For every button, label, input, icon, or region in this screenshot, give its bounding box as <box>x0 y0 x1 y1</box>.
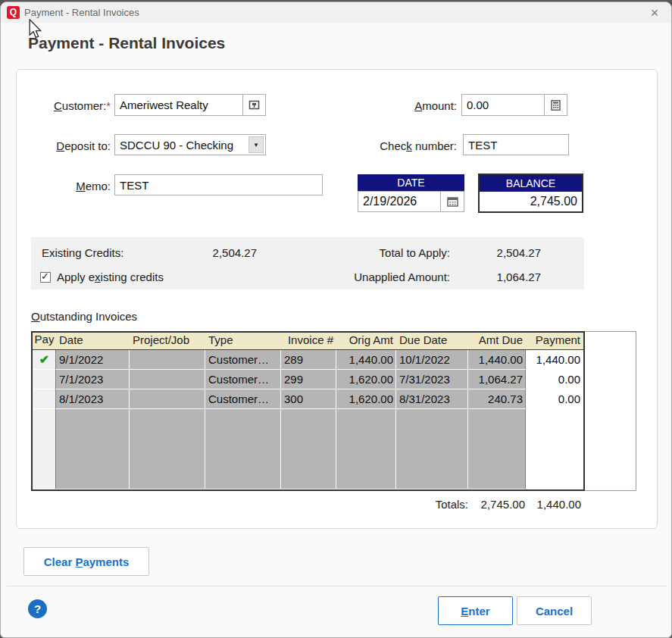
cell-orig-amt[interactable]: 1,620.00 <box>336 370 396 389</box>
amount-label: Amount: <box>364 99 457 112</box>
paid-check-icon: ✔ <box>39 353 49 366</box>
date-box: DATE 2/19/2026 <box>358 174 464 212</box>
col-header-type[interactable]: Type <box>205 333 281 349</box>
unapplied-amount-value: 1,064.27 <box>465 271 541 283</box>
cell-date[interactable]: 7/1/2023 <box>56 370 130 389</box>
enter-button[interactable]: Enter <box>438 596 513 625</box>
invoice-rows: ✔9/1/2022Customer…2891,440.0010/1/20221,… <box>33 350 583 489</box>
calculator-button[interactable] <box>544 94 567 116</box>
cell-payment[interactable]: 0.00 <box>526 370 583 389</box>
cell-type[interactable]: Customer… <box>205 389 281 409</box>
date-input[interactable]: 2/19/2026 <box>358 192 440 211</box>
cell-payment[interactable]: 0.00 <box>526 389 583 409</box>
col-header-pay[interactable]: Pay <box>33 333 56 349</box>
existing-credits-label: Existing Credits: <box>42 246 123 259</box>
check-number-input[interactable]: TEST <box>463 134 569 155</box>
calculator-icon <box>551 100 561 111</box>
screen: Q Payment - Rental Invoices × Payment - … <box>0 0 672 638</box>
cell-amt-due[interactable]: 1,440.00 <box>468 350 526 370</box>
cell-type[interactable]: Customer… <box>205 370 281 389</box>
cell-pay[interactable] <box>33 370 56 389</box>
cell-project[interactable] <box>130 370 205 389</box>
unapplied-amount-label: Unapplied Amount: <box>342 271 450 283</box>
cell-invoice[interactable]: 289 <box>281 350 336 370</box>
balance-header: BALANCE <box>480 175 582 192</box>
customer-input[interactable]: Ameriwest Realty <box>114 94 243 116</box>
cell-date[interactable]: 8/1/2023 <box>56 389 130 409</box>
window-title: Payment - Rental Invoices <box>24 7 139 18</box>
invoices-table: Pay Date Project/Job Type Invoice # Orig… <box>31 331 585 491</box>
cell-invoice[interactable]: 299 <box>281 370 336 389</box>
col-header-payment[interactable]: Payment <box>526 333 583 349</box>
cell-pay[interactable]: ✔ <box>33 350 56 370</box>
col-header-date[interactable]: Date <box>56 333 130 349</box>
cell-payment[interactable]: 1,440.00 <box>526 350 583 370</box>
checkbox-tick-icon: ✓ <box>41 271 49 282</box>
cell-due-date[interactable]: 10/1/2022 <box>396 350 468 370</box>
col-header-invoice-number[interactable]: Invoice # <box>281 333 336 349</box>
totals-amt-due: 2,745.00 <box>468 498 525 511</box>
cell-type[interactable]: Customer… <box>205 350 281 370</box>
col-header-project-job[interactable]: Project/Job <box>130 333 205 349</box>
outstanding-invoices-label: Outstanding Invoices <box>31 310 137 323</box>
required-asterisk: * <box>106 99 111 112</box>
deposit-to-select[interactable]: SDCCU 90 - Checking ▼ <box>114 134 266 155</box>
balance-value: 2,745.00 <box>480 192 582 211</box>
cell-project[interactable] <box>130 350 205 370</box>
cell-amt-due[interactable]: 1,064.27 <box>468 370 526 389</box>
totals-label: Totals: <box>364 498 468 511</box>
total-to-apply-value: 2,504.27 <box>465 246 541 259</box>
title-bar[interactable]: Q Payment - Rental Invoices × <box>1 2 671 23</box>
app-logo-icon: Q <box>7 6 20 19</box>
invoices-table-frame: Pay Date Project/Job Type Invoice # Orig… <box>31 331 636 491</box>
cell-date[interactable]: 9/1/2022 <box>56 350 130 370</box>
cell-due-date[interactable]: 8/31/2023 <box>396 389 468 409</box>
payment-dialog: Q Payment - Rental Invoices × Payment - … <box>0 2 672 638</box>
table-row[interactable]: ✔9/1/2022Customer…2891,440.0010/1/20221,… <box>33 350 583 370</box>
table-header-row: Pay Date Project/Job Type Invoice # Orig… <box>33 333 583 350</box>
customer-lookup-button[interactable] <box>242 94 266 116</box>
deposit-to-label: Deposit to: <box>16 139 111 152</box>
col-header-orig-amt[interactable]: Orig Amt <box>336 333 396 349</box>
chevron-down-icon[interactable]: ▼ <box>248 136 264 153</box>
footer-divider <box>7 586 667 586</box>
calendar-icon <box>447 196 458 207</box>
amount-input[interactable]: 0.00 <box>461 94 545 116</box>
totals-payment: 1,440.00 <box>527 498 581 511</box>
cell-pay[interactable] <box>33 389 56 409</box>
memo-label: Memo: <box>16 180 111 192</box>
cell-due-date[interactable]: 7/31/2023 <box>396 370 468 389</box>
clear-payments-button[interactable]: Clear Payments <box>23 547 149 576</box>
table-row[interactable]: 8/1/2023Customer…3001,620.008/31/2023240… <box>33 389 583 409</box>
apply-credits-checkbox[interactable]: ✓ <box>40 272 51 283</box>
col-header-amt-due[interactable]: Amt Due <box>468 333 526 349</box>
cell-amt-due[interactable]: 240.73 <box>468 389 526 409</box>
help-icon[interactable]: ? <box>28 599 47 618</box>
col-header-due-date[interactable]: Due Date <box>396 333 468 349</box>
table-row[interactable]: 7/1/2023Customer…2991,620.007/31/20231,0… <box>33 370 583 389</box>
mouse-cursor-icon <box>28 19 42 39</box>
cell-orig-amt[interactable]: 1,440.00 <box>336 350 396 370</box>
apply-credits-label[interactable]: Apply existing credits <box>57 271 164 283</box>
page-title: Payment - Rental Invoices <box>28 34 225 52</box>
cell-project[interactable] <box>130 389 205 409</box>
calendar-button[interactable] <box>440 192 464 211</box>
balance-box: BALANCE 2,745.00 <box>478 174 583 213</box>
existing-credits-value: 2,504.27 <box>181 246 257 259</box>
cell-orig-amt[interactable]: 1,620.00 <box>336 389 396 409</box>
memo-input[interactable]: TEST <box>114 174 323 195</box>
lookup-list-icon <box>248 100 260 110</box>
cancel-button[interactable]: Cancel <box>517 596 592 625</box>
total-to-apply-label: Total to Apply: <box>342 246 450 259</box>
customer-label: Customer:* <box>16 99 111 112</box>
cell-invoice[interactable]: 300 <box>281 389 336 409</box>
check-number-label: Check number: <box>357 139 457 152</box>
date-header: DATE <box>358 174 464 191</box>
close-icon[interactable]: × <box>645 4 664 22</box>
